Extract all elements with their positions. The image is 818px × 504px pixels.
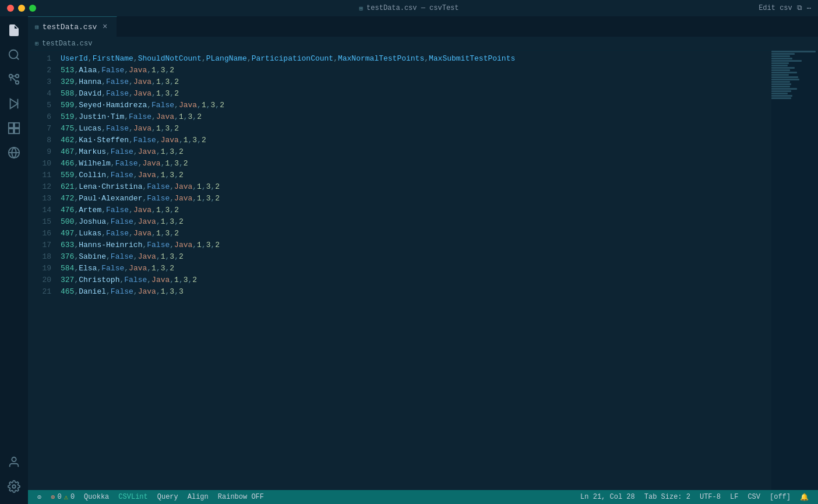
- line-number-3: 3: [28, 76, 51, 88]
- cell-n2: 3: [184, 276, 188, 284]
- cell-id: 513: [61, 66, 74, 75]
- cell-n3: 2: [215, 182, 220, 191]
- cell-n3: 2: [174, 89, 179, 98]
- code-line-7[interactable]: 475,Lucas,False,Java,1,3,2: [56, 123, 771, 135]
- code-line-9[interactable]: 467,Markus,False,Java,1,3,2: [56, 146, 771, 158]
- line-number-2: 2: [28, 65, 51, 76]
- cell-n1: 1: [161, 252, 165, 261]
- minimap-line-10: [771, 72, 797, 73]
- line-number-17: 17: [28, 239, 51, 251]
- status-tab-size[interactable]: Tab Size: 2: [640, 490, 695, 504]
- cell-name: Lukas: [79, 229, 101, 238]
- cell-name: Joshua: [79, 217, 106, 226]
- code-line-5[interactable]: 599,Seyed·Hamidreza,False,Java,1,3,2: [56, 100, 771, 111]
- error-count: 0: [57, 493, 61, 501]
- status-query[interactable]: Query: [153, 490, 183, 504]
- more-actions-icon[interactable]: ⋯: [807, 4, 811, 13]
- status-errors[interactable]: ⊗ 0 ⚠ 0: [46, 490, 79, 504]
- cell-lang: Java: [133, 229, 151, 238]
- code-line-21[interactable]: 465,Daniel,False,Java,1,3,3: [56, 286, 771, 298]
- code-line-3[interactable]: 329,Hanna,False,Java,1,3,2: [56, 76, 771, 88]
- code-line-20[interactable]: 327,Christoph,False,Java,1,3,2: [56, 274, 771, 286]
- code-line-10[interactable]: 466,Wilhelm,False,Java,1,3,2: [56, 158, 771, 170]
- cell-n1: 1: [202, 101, 206, 110]
- activity-run-icon[interactable]: [2, 92, 26, 115]
- code-line-4[interactable]: 588,David,False,Java,1,3,2: [56, 88, 771, 100]
- title-bar: ⊞ testData.csv — csvTest Edit csv ⧉ ⋯: [0, 0, 818, 16]
- cell-lang: Java: [133, 89, 151, 98]
- status-notifications[interactable]: 🔔: [795, 490, 813, 504]
- status-line-ending[interactable]: LF: [725, 490, 743, 504]
- code-line-11[interactable]: 559,Collin,False,Java,1,3,2: [56, 170, 771, 181]
- activity-remote-icon[interactable]: [2, 141, 26, 164]
- window-controls: [7, 5, 36, 12]
- breadcrumb-path: testData.csv: [42, 40, 92, 48]
- cell-lang: Java: [133, 206, 151, 214]
- maximize-button[interactable]: [29, 5, 36, 12]
- cell-n1: 1: [156, 89, 161, 98]
- svg-point-17: [12, 485, 16, 488]
- code-line-18[interactable]: 376,Sabine,False,Java,1,3,2: [56, 251, 771, 263]
- minimize-button[interactable]: [18, 5, 25, 12]
- status-csvlint[interactable]: CSVLint: [114, 490, 152, 504]
- status-encoding[interactable]: UTF-8: [695, 490, 725, 504]
- activity-account-icon[interactable]: [2, 450, 26, 474]
- minimap-line-13: [771, 79, 799, 80]
- cell-n3: 2: [174, 229, 179, 238]
- cell-lang: Java: [174, 241, 192, 249]
- status-language-server[interactable]: Quokka: [79, 490, 114, 504]
- cell-name: Hanns-Heinrich: [79, 241, 142, 249]
- line-numbers: 123456789101112131415161718192021: [28, 51, 56, 490]
- activity-extensions-icon[interactable]: [2, 117, 26, 140]
- activity-files-icon[interactable]: [2, 19, 26, 42]
- edit-csv-button[interactable]: Edit csv: [759, 4, 792, 12]
- cell-name: Kai·Steffen: [79, 136, 129, 144]
- code-line-1[interactable]: UserId,FirstName,ShouldNotCount,PLangNam…: [56, 53, 771, 65]
- cell-n3: 2: [202, 136, 206, 144]
- status-remote[interactable]: ⊙: [33, 490, 46, 504]
- code-line-8[interactable]: 462,Kai·Steffen,False,Java,1,3,2: [56, 135, 771, 146]
- split-editor-icon[interactable]: ⧉: [797, 4, 802, 12]
- editor-content[interactable]: 123456789101112131415161718192021 UserId…: [28, 51, 818, 490]
- code-line-12[interactable]: 621,Lena·Christina,False,Java,1,3,2: [56, 181, 771, 193]
- code-line-19[interactable]: 584,Elsa,False,Java,1,3,2: [56, 263, 771, 274]
- title-actions: Edit csv ⧉ ⋯: [759, 4, 811, 13]
- cell-n3: 2: [215, 241, 220, 249]
- code-line-6[interactable]: 519,Justin·Tim,False,Java,1,3,2: [56, 111, 771, 123]
- activity-source-control-icon[interactable]: [2, 68, 26, 91]
- cell-n1: 1: [151, 264, 156, 273]
- code-line-13[interactable]: 472,Paul·Alexander,False,Java,1,3,2: [56, 193, 771, 205]
- cell-lang: Java: [138, 147, 156, 156]
- status-rainbow[interactable]: Rainbow OFF: [213, 490, 269, 504]
- status-align[interactable]: Align: [183, 490, 213, 504]
- activity-settings-icon[interactable]: [2, 475, 26, 498]
- status-bar: ⊙ ⊗ 0 ⚠ 0 Quokka CSVLint Query Align Rai…: [28, 490, 818, 504]
- code-editor[interactable]: UserId,FirstName,ShouldNotCount,PLangNam…: [56, 51, 771, 490]
- minimap-line-4: [771, 58, 792, 59]
- minimap-line-7: [771, 65, 788, 66]
- status-cursor[interactable]: Ln 21, Col 28: [576, 490, 640, 504]
- cell-n1: 1: [184, 136, 188, 144]
- svg-line-7: [12, 77, 16, 81]
- code-line-15[interactable]: 500,Joshua,False,Java,1,3,2: [56, 216, 771, 228]
- code-line-17[interactable]: 633,Hanns-Heinrich,False,Java,1,3,2: [56, 239, 771, 251]
- editor-area: ⊞ testData.csv × ⊞ testData.csv 12345678…: [28, 16, 818, 504]
- svg-rect-10: [9, 123, 13, 128]
- status-off-indicator: [off]: [765, 490, 795, 504]
- tab-close-button[interactable]: ×: [100, 22, 110, 31]
- cell-n1: 1: [156, 206, 161, 214]
- cell-n2: 3: [170, 171, 174, 179]
- minimap-line-5: [771, 60, 802, 62]
- cell-id: 500: [61, 217, 74, 226]
- code-line-14[interactable]: 476,Artem,False,Java,1,3,2: [56, 205, 771, 216]
- cell-id: 519: [61, 112, 74, 121]
- status-language[interactable]: CSV: [743, 490, 765, 504]
- code-line-2[interactable]: 513,Alaa,False,Java,1,3,2: [56, 65, 771, 76]
- tab-testdata-csv[interactable]: ⊞ testData.csv ×: [28, 16, 117, 37]
- close-button[interactable]: [7, 5, 14, 12]
- remote-icon: ⊙: [37, 493, 41, 502]
- code-line-16[interactable]: 497,Lukas,False,Java,1,3,2: [56, 228, 771, 239]
- activity-search-icon[interactable]: [2, 43, 26, 66]
- cell-name: Collin: [79, 171, 106, 179]
- window-title: ⊞ testData.csv — csvTest: [359, 4, 459, 12]
